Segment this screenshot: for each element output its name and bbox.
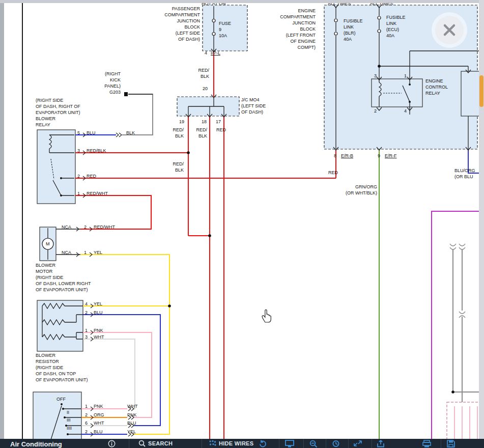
fusible-link-terminal: [334, 32, 337, 35]
fusible-link-terminal: [334, 19, 337, 22]
fusible-link-terminal: [378, 16, 381, 19]
toolbar-separator: [348, 439, 349, 448]
toolbar-title: Air Conditioning: [10, 440, 62, 448]
yellow-wires: [80, 255, 169, 434]
search-label: SEARCH: [148, 440, 173, 446]
monitor-icon[interactable]: [285, 440, 294, 448]
printer-icon[interactable]: [422, 440, 431, 448]
switch-contact: [65, 425, 67, 427]
toolbar-separator: [372, 439, 372, 448]
share-icon[interactable]: [377, 440, 385, 448]
ground-symbol: [124, 92, 128, 96]
switch-contact: [67, 433, 69, 435]
window-top-edge: [0, 0, 484, 3]
window-left-edge: [0, 0, 4, 448]
toolbar-separator: [326, 439, 326, 448]
contact-dot: [409, 83, 411, 86]
pink-wires: [81, 332, 152, 417]
switch-contact: [62, 408, 64, 410]
passenger-junction-block-box: [203, 5, 247, 51]
contact-dot: [60, 177, 62, 179]
save-icon[interactable]: [447, 440, 455, 448]
toolbar-separator: [129, 439, 129, 448]
switch-contact: [61, 403, 63, 405]
blue-wires: [75, 135, 484, 434]
close-button[interactable]: [435, 16, 464, 44]
violet-wire: [432, 211, 484, 448]
contact-dot: [409, 101, 411, 103]
hide-wires-button[interactable]: HIDE WIRES: [209, 440, 253, 447]
diagram-canvas: [0, 0, 484, 448]
fuse-terminal: [212, 19, 215, 22]
vertical-scrollbar[interactable]: [479, 0, 484, 448]
hide-wires-label: HIDE WIRES: [219, 440, 253, 446]
toolbar-separator: [303, 439, 304, 448]
contact-dot: [60, 194, 62, 197]
toolbar-separator: [441, 439, 441, 448]
hand-cursor: [261, 309, 274, 324]
bottom-toolbar: Air Conditioning SEARCH HIDE WIRES: [0, 439, 484, 448]
blower-relay-box: [37, 130, 75, 204]
toolbar-separator: [279, 439, 279, 448]
wiring-diagram-viewer: PASSENGERCOMPARTMENTJUNCTIONBLOCK(LEFT S…: [0, 0, 484, 448]
undo-icon[interactable]: [259, 440, 267, 448]
component-boxes: [33, 5, 484, 448]
switch-contact: [64, 416, 66, 418]
fusible-link-terminal: [378, 30, 381, 33]
close-icon: [443, 23, 456, 37]
search-button[interactable]: SEARCH: [138, 440, 173, 447]
toolbar-separator: [202, 439, 202, 448]
zoom-out-icon[interactable]: [309, 440, 318, 448]
white-wires: [81, 339, 135, 426]
info-icon[interactable]: [108, 440, 116, 448]
connector-arcs: [450, 244, 465, 318]
motor-symbol: [42, 238, 53, 249]
search-icon: [138, 440, 146, 447]
history-icon[interactable]: [332, 440, 340, 448]
hide-wires-dots-icon: [209, 440, 216, 447]
scrollbar-thumb[interactable]: [479, 75, 483, 107]
resize-icon[interactable]: [353, 440, 362, 448]
fuse-terminal: [212, 33, 215, 36]
